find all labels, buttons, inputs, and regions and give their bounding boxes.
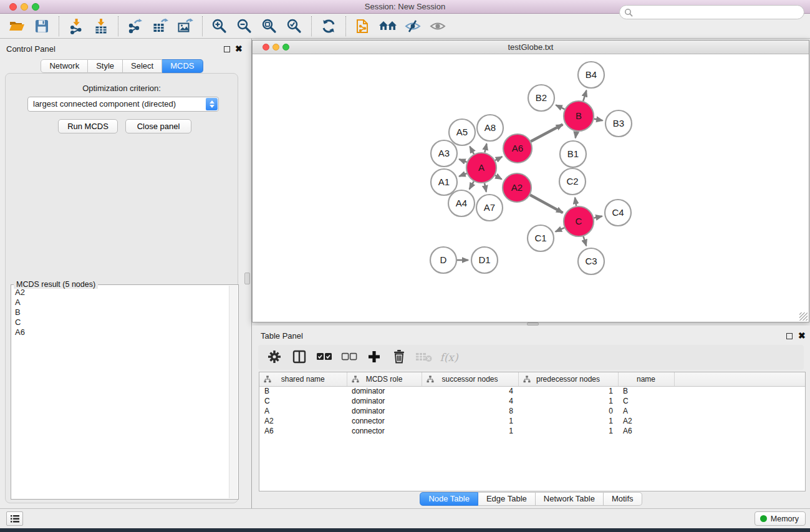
- save-session-button[interactable]: [29, 15, 54, 37]
- close-view-icon[interactable]: [263, 44, 269, 51]
- table-cell[interactable]: 4: [422, 396, 518, 406]
- minimize-view-icon[interactable]: [272, 44, 279, 51]
- table-settings-button[interactable]: [263, 347, 286, 367]
- vertical-splitter[interactable]: [244, 39, 252, 508]
- close-panel-icon[interactable]: ✖: [798, 331, 806, 341]
- result-list-item[interactable]: C: [12, 317, 229, 327]
- zoom-out-button[interactable]: [232, 15, 257, 37]
- resize-grip[interactable]: [799, 312, 808, 321]
- table-cell[interactable]: A2: [259, 416, 347, 426]
- tab-edge-table[interactable]: Edge Table: [478, 492, 536, 506]
- edge-A-A6[interactable]: [495, 157, 502, 160]
- zoom-view-icon[interactable]: [282, 44, 289, 51]
- column-header-shared-name[interactable]: shared name: [259, 372, 347, 386]
- table-cell[interactable]: dominator: [347, 386, 422, 396]
- zoom-fit-button[interactable]: [257, 15, 282, 37]
- select-all-button[interactable]: [313, 347, 335, 367]
- column-header-name[interactable]: name: [618, 372, 674, 386]
- table-cell[interactable]: connector: [347, 416, 422, 426]
- table-cell[interactable]: 4: [422, 386, 518, 396]
- node-D[interactable]: D: [430, 247, 456, 273]
- table-cell[interactable]: 0: [518, 406, 618, 416]
- criterion-dropdown[interactable]: largest connected component (directed): [27, 97, 219, 112]
- edge-B-B3[interactable]: [594, 119, 603, 121]
- edge-B-B1[interactable]: [576, 132, 577, 138]
- network-window-titlebar[interactable]: testGlobe.txt: [253, 41, 809, 54]
- column-header-successor-nodes[interactable]: successor nodes: [422, 372, 518, 386]
- table-cell[interactable]: 8: [422, 406, 518, 416]
- edge-A-A8[interactable]: [485, 143, 486, 152]
- node-B[interactable]: B: [564, 101, 594, 131]
- node-A[interactable]: A: [466, 153, 496, 183]
- table-row[interactable]: A2connector11A2: [259, 416, 806, 426]
- deselect-all-button[interactable]: [338, 347, 360, 367]
- node-A6[interactable]: A6: [503, 134, 532, 163]
- table-cell[interactable]: dominator: [347, 396, 422, 406]
- node-C4[interactable]: C4: [605, 200, 631, 226]
- edge-A-A2[interactable]: [495, 175, 502, 179]
- node-A3[interactable]: A3: [431, 140, 457, 167]
- float-panel-icon[interactable]: [786, 333, 793, 339]
- hide-visibility-button[interactable]: [400, 15, 425, 37]
- tab-network[interactable]: Network: [41, 59, 88, 73]
- node-C[interactable]: C: [564, 206, 594, 236]
- zoom-in-button[interactable]: [207, 15, 232, 37]
- table-cell[interactable]: B: [618, 386, 674, 396]
- memory-button[interactable]: Memory: [755, 511, 806, 526]
- edge-C-C4[interactable]: [594, 216, 602, 218]
- result-list-item[interactable]: A6: [12, 327, 229, 337]
- result-list-item[interactable]: B: [12, 307, 229, 317]
- table-cell[interactable]: 1: [422, 426, 518, 436]
- table-cell[interactable]: A2: [618, 416, 674, 426]
- refresh-view-button[interactable]: [316, 15, 341, 37]
- table-cell[interactable]: 1: [518, 416, 618, 426]
- column-header-predecessor-nodes[interactable]: predecessor nodes: [518, 372, 618, 386]
- show-columns-button[interactable]: [288, 347, 311, 367]
- task-history-button[interactable]: [6, 511, 23, 526]
- edge-A-A3[interactable]: [459, 159, 466, 162]
- table-cell[interactable]: A: [259, 406, 347, 416]
- table-cell[interactable]: A6: [259, 426, 347, 436]
- table-row[interactable]: Adominator80A: [259, 406, 806, 416]
- node-C1[interactable]: C1: [528, 225, 554, 251]
- close-panel-icon[interactable]: ✖: [235, 44, 243, 54]
- table-cell[interactable]: A: [618, 406, 674, 416]
- table-row[interactable]: Bdominator41B: [259, 386, 806, 396]
- import-network-button[interactable]: [64, 15, 89, 37]
- edge-A6-B[interactable]: [531, 125, 562, 142]
- result-list-item[interactable]: A2: [12, 288, 229, 297]
- delete-table-button[interactable]: [413, 347, 435, 367]
- minimize-window-icon[interactable]: [21, 3, 28, 11]
- show-visibility-button[interactable]: [425, 15, 450, 37]
- edge-C-C2[interactable]: [575, 198, 576, 206]
- home-button[interactable]: [375, 15, 400, 37]
- column-header-MCDS-role[interactable]: MCDS role: [347, 372, 422, 386]
- network-canvas[interactable]: B4B2BB3A8A5A6A3B1AA1C2A2A4A7C4CC1C3DD1: [253, 54, 809, 322]
- table-cell[interactable]: C: [259, 396, 347, 406]
- export-image-button[interactable]: [173, 15, 198, 37]
- tab-style[interactable]: Style: [88, 59, 123, 73]
- edge-C-C3[interactable]: [583, 236, 586, 246]
- edge-A-A4[interactable]: [470, 181, 474, 190]
- table-cell[interactable]: dominator: [347, 406, 422, 416]
- tab-motifs[interactable]: Motifs: [604, 492, 642, 506]
- add-row-button[interactable]: [363, 347, 385, 367]
- node-B2[interactable]: B2: [528, 85, 554, 111]
- edge-B-B4[interactable]: [583, 90, 586, 101]
- tab-select[interactable]: Select: [123, 59, 162, 73]
- node-B4[interactable]: B4: [578, 62, 604, 88]
- close-panel-button[interactable]: Close panel: [125, 119, 191, 133]
- tab-network-table[interactable]: Network Table: [536, 492, 604, 506]
- table-cell[interactable]: connector: [347, 426, 422, 436]
- node-C3[interactable]: C3: [578, 248, 604, 274]
- node-C2[interactable]: C2: [559, 168, 586, 195]
- search-input[interactable]: [633, 7, 804, 18]
- node-B1[interactable]: B1: [560, 141, 586, 167]
- close-window-icon[interactable]: [9, 3, 17, 11]
- node-A5[interactable]: A5: [449, 119, 475, 145]
- tab-node-table[interactable]: Node Table: [420, 492, 478, 506]
- zoom-selected-button[interactable]: [282, 15, 307, 37]
- node-B3[interactable]: B3: [605, 110, 632, 137]
- table-cell[interactable]: C: [618, 396, 674, 406]
- edge-B-B2[interactable]: [556, 105, 564, 109]
